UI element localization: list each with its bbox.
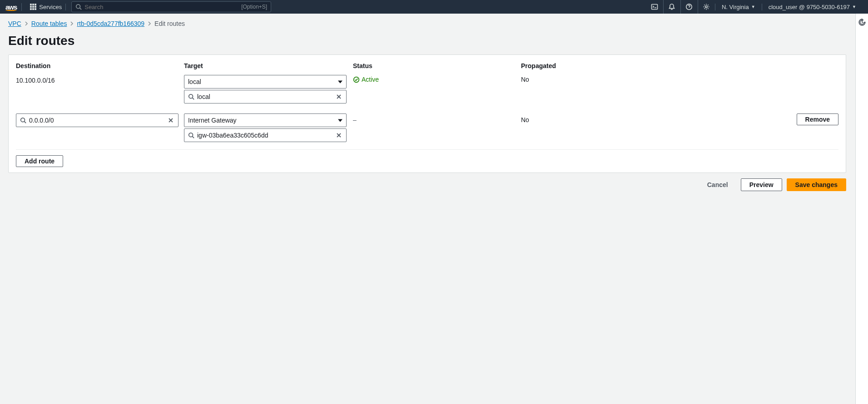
page-title: Edit routes [8,34,846,48]
status-dash: – [353,107,521,127]
recent-icon[interactable] [858,18,866,26]
propagated-value: No [521,73,619,87]
target-select[interactable]: local [184,75,347,89]
preview-button[interactable]: Preview [741,178,782,191]
caret-down-icon: ▼ [751,5,755,9]
caret-down-icon: ▼ [852,5,856,9]
routes-panel: Destination Target Status Propagated 10.… [8,54,846,173]
services-label: Services [39,4,62,10]
chevron-right-icon [69,21,74,26]
status-label: Active [362,76,379,83]
svg-line-6 [193,98,194,100]
cloudshell-icon[interactable] [646,0,663,14]
nav-right: N. Virginia ▼ cloud_user @ 9750-5030-619… [646,0,863,14]
svg-point-4 [705,6,707,8]
svg-line-1 [80,8,82,10]
aws-logo[interactable]: aws [5,3,22,11]
breadcrumb: VPC Route tables rtb-0d5cda277fb166309 E… [8,20,846,27]
svg-point-0 [76,5,80,9]
target-search[interactable] [184,128,347,142]
route-destination-static: 10.100.0.0/16 [16,73,184,88]
target-select[interactable]: Internet Gateway [184,113,347,127]
target-select-value: Internet Gateway [188,117,237,124]
clear-icon[interactable] [166,116,175,125]
clear-icon[interactable] [334,92,343,101]
top-nav: aws Services [Option+S] N. Virginia ▼ [0,0,868,14]
col-target: Target [184,62,353,73]
svg-rect-2 [651,5,657,10]
chevron-right-icon [24,21,29,26]
chevron-right-icon [147,21,152,26]
destination-input[interactable] [29,117,165,124]
region-selector[interactable]: N. Virginia ▼ [715,4,762,10]
clear-icon[interactable] [334,131,343,140]
settings-icon[interactable] [698,0,715,14]
svg-point-10 [21,118,25,122]
breadcrumb-route-tables[interactable]: Route tables [31,20,67,27]
search-icon [20,117,26,123]
breadcrumb-current: Edit routes [154,20,185,27]
svg-point-5 [189,94,193,99]
search-wrap: [Option+S] [71,1,271,12]
footer-actions: Cancel Preview Save changes [8,178,846,191]
apps-icon [30,4,36,10]
region-label: N. Virginia [722,4,749,10]
target-search-input[interactable] [197,93,333,100]
svg-line-11 [25,122,26,123]
col-propagated: Propagated [521,62,619,73]
propagated-value: No [521,107,619,127]
target-search[interactable] [184,90,347,103]
col-destination: Destination [16,62,184,73]
notifications-icon[interactable] [663,0,680,14]
search-icon [75,4,82,10]
global-search[interactable]: [Option+S] [71,1,271,12]
help-icon[interactable] [680,0,698,14]
search-icon [188,132,194,138]
breadcrumb-vpc[interactable]: VPC [8,20,21,27]
main-content: VPC Route tables rtb-0d5cda277fb166309 E… [0,14,855,197]
add-route-button[interactable]: Add route [16,155,63,167]
check-circle-icon [353,76,360,83]
search-shortcut-hint: [Option+S] [241,4,267,10]
account-label: cloud_user @ 9750-5030-6197 [769,4,850,10]
svg-point-14 [189,133,193,137]
target-select-value: local [188,78,201,85]
destination-input-wrap[interactable] [16,113,179,127]
account-menu[interactable]: cloud_user @ 9750-5030-6197 ▼ [762,4,863,10]
services-menu[interactable]: Services [26,4,66,10]
search-input[interactable] [84,4,241,10]
cancel-button[interactable]: Cancel [699,178,736,191]
target-search-input[interactable] [197,132,333,139]
breadcrumb-rtb-id[interactable]: rtb-0d5cda277fb166309 [77,20,144,27]
col-status: Status [353,62,521,73]
right-rail [855,14,868,197]
svg-line-15 [193,137,194,138]
save-changes-button[interactable]: Save changes [787,178,846,191]
status-active: Active [353,73,521,87]
remove-button[interactable]: Remove [797,113,838,125]
search-icon [188,94,194,100]
